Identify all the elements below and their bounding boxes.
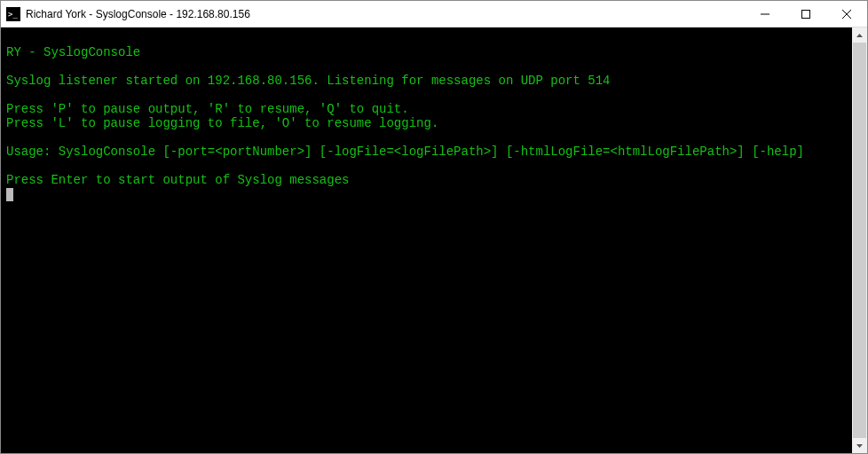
console-cursor-line <box>6 187 847 201</box>
window-title: Richard York - SyslogConsole - 192.168.8… <box>26 8 745 20</box>
console-line <box>6 130 847 145</box>
scroll-thumb[interactable] <box>853 43 866 438</box>
scroll-track[interactable] <box>852 43 867 438</box>
svg-rect-2 <box>802 10 810 18</box>
console-line <box>6 159 847 173</box>
console-line <box>6 31 847 45</box>
maximize-button[interactable] <box>785 1 826 27</box>
console-line <box>6 59 847 74</box>
text-cursor <box>6 188 13 201</box>
svg-text:>_: >_ <box>8 10 18 19</box>
vertical-scrollbar[interactable] <box>852 27 867 453</box>
console-line: Syslog listener started on 192.168.80.15… <box>6 74 847 88</box>
console-line: Press 'L' to pause logging to file, 'O' … <box>6 116 847 130</box>
scroll-down-arrow[interactable] <box>852 438 867 453</box>
window-controls <box>745 1 867 27</box>
window-titlebar: >_ Richard York - SyslogConsole - 192.16… <box>1 1 867 27</box>
close-button[interactable] <box>826 1 867 27</box>
console-output[interactable]: RY - SyslogConsoleSyslog listener starte… <box>1 27 852 453</box>
console-line: Press Enter to start output of Syslog me… <box>6 173 847 187</box>
console-line: RY - SyslogConsole <box>6 45 847 59</box>
console-line: Press 'P' to pause output, 'R' to resume… <box>6 102 847 116</box>
svg-marker-5 <box>856 34 863 37</box>
svg-marker-6 <box>856 444 863 448</box>
minimize-button[interactable] <box>745 1 785 27</box>
scroll-up-arrow[interactable] <box>852 27 867 43</box>
app-icon: >_ <box>6 7 20 21</box>
console-area: RY - SyslogConsoleSyslog listener starte… <box>1 27 867 453</box>
console-line: Usage: SyslogConsole [-port=<portNumber>… <box>6 145 847 159</box>
console-line <box>6 88 847 102</box>
